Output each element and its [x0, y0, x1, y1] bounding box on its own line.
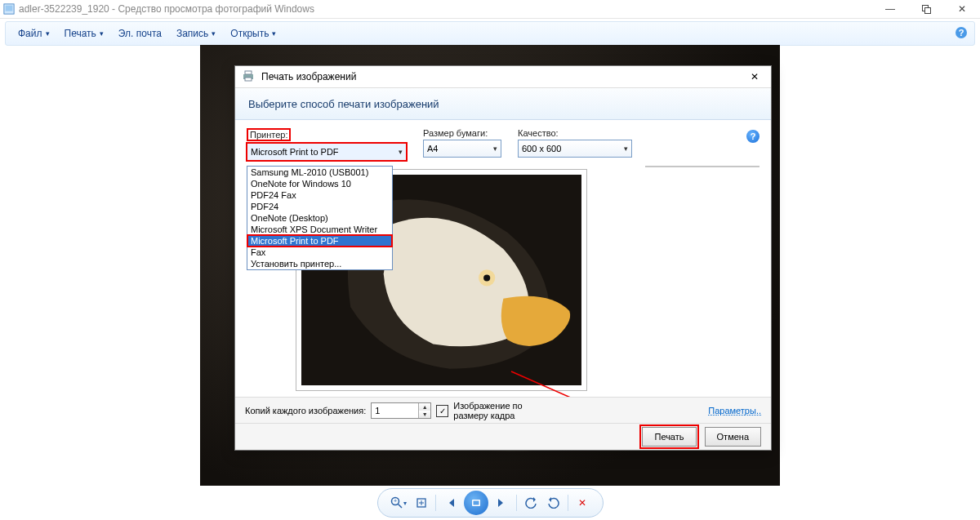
dialog-header[interactable]: Печать изображений ✕	[235, 66, 771, 88]
spin-down[interactable]: ▼	[419, 411, 430, 418]
fit-label: Изображение по размеру кадра	[453, 401, 543, 420]
printer-option[interactable]: Microsoft XPS Document Writer	[247, 224, 392, 235]
menu-bar: Файл Печать Эл. почта Запись Открыть ?	[5, 21, 975, 46]
quality-select[interactable]: 600 x 600	[518, 140, 632, 158]
params-link[interactable]: Параметры..	[708, 406, 761, 416]
printer-option[interactable]: PDF24 Fax	[247, 189, 392, 201]
quality-label: Качество:	[518, 128, 632, 138]
printer-option[interactable]: Установить принтер...	[247, 258, 392, 269]
printer-dropdown-list: Samsung ML-2010 (USB001) OneNote for Win…	[247, 166, 393, 270]
printer-option[interactable]: PDF24	[247, 201, 392, 212]
dialog-help-icon[interactable]: ?	[746, 130, 760, 143]
printer-option-selected[interactable]: Microsoft Print to PDF	[247, 235, 392, 247]
layout-list: Во всю страницу 13 x 18 см (2) 20 x 25 с…	[645, 166, 760, 167]
title-bar: adler-3522239_1920 - Средство просмотра …	[0, 0, 980, 19]
printer-select[interactable]: Microsoft Print to PDF	[247, 143, 407, 161]
dialog-body: Принтер: Microsoft Print to PDF Размер б…	[235, 120, 771, 166]
rotate-cw-button[interactable]	[545, 494, 563, 512]
print-dialog: Печать изображений ✕ Выберите способ печ…	[234, 65, 772, 451]
printer-icon	[242, 70, 255, 84]
svg-rect-1	[6, 6, 13, 11]
menu-burn[interactable]: Запись	[171, 25, 221, 42]
spin-up[interactable]: ▲	[419, 403, 430, 411]
copies-row: Копий каждого изображения: 1 ▲▼ ✓ Изобра…	[235, 397, 771, 424]
print-button[interactable]: Печать	[642, 427, 696, 447]
next-image-button[interactable]	[493, 494, 511, 512]
printer-option[interactable]: OneNote for Windows 10	[247, 178, 392, 189]
help-icon[interactable]: ?	[955, 26, 968, 42]
button-row: Печать Отмена	[235, 423, 771, 450]
paper-label: Размер бумаги:	[423, 128, 501, 138]
cancel-button[interactable]: Отмена	[705, 427, 761, 447]
svg-rect-23	[473, 501, 479, 505]
svg-rect-3	[924, 7, 930, 13]
slideshow-button[interactable]	[464, 491, 488, 515]
layout-option-fullpage[interactable]: Во всю страницу	[646, 167, 759, 167]
copies-label: Копий каждого изображения:	[245, 406, 366, 416]
fit-button[interactable]	[412, 494, 430, 512]
minimize-button[interactable]: ―	[872, 0, 908, 18]
printer-label: Принтер:	[247, 128, 407, 141]
svg-point-16	[483, 274, 490, 281]
prev-image-button[interactable]	[441, 494, 459, 512]
maximize-button[interactable]	[908, 0, 944, 18]
window-title: adler-3522239_1920 - Средство просмотра …	[19, 3, 314, 15]
menu-open[interactable]: Открыть	[225, 25, 282, 42]
fit-checkbox[interactable]: ✓	[436, 405, 448, 417]
copies-spinner[interactable]: 1 ▲▼	[371, 402, 431, 419]
dialog-subtitle: Выберите способ печати изображений	[235, 88, 771, 120]
dialog-title: Печать изображений	[261, 71, 356, 82]
delete-button[interactable]: ✕	[573, 494, 591, 512]
printer-option[interactable]: OneNote (Desktop)	[247, 212, 392, 224]
printer-option[interactable]: Fax	[247, 247, 392, 258]
printer-option[interactable]: Samsung ML-2010 (USB001)	[247, 167, 392, 178]
menu-print[interactable]: Печать	[59, 25, 109, 42]
svg-line-19	[398, 504, 402, 509]
svg-text:+: +	[393, 498, 396, 504]
app-window: adler-3522239_1920 - Средство просмотра …	[0, 0, 980, 520]
svg-rect-12	[245, 78, 252, 81]
app-icon	[3, 3, 15, 15]
viewer-toolbar: +▾ ✕	[0, 489, 980, 517]
dialog-close-button[interactable]: ✕	[742, 68, 768, 86]
menu-email[interactable]: Эл. почта	[113, 25, 167, 42]
paper-select[interactable]: A4	[423, 140, 501, 158]
close-button[interactable]: ✕	[944, 0, 980, 18]
zoom-button[interactable]: +▾	[390, 494, 408, 512]
menu-file[interactable]: Файл	[12, 25, 56, 42]
svg-text:?: ?	[959, 28, 964, 38]
svg-rect-11	[245, 71, 252, 74]
rotate-ccw-button[interactable]	[522, 494, 540, 512]
